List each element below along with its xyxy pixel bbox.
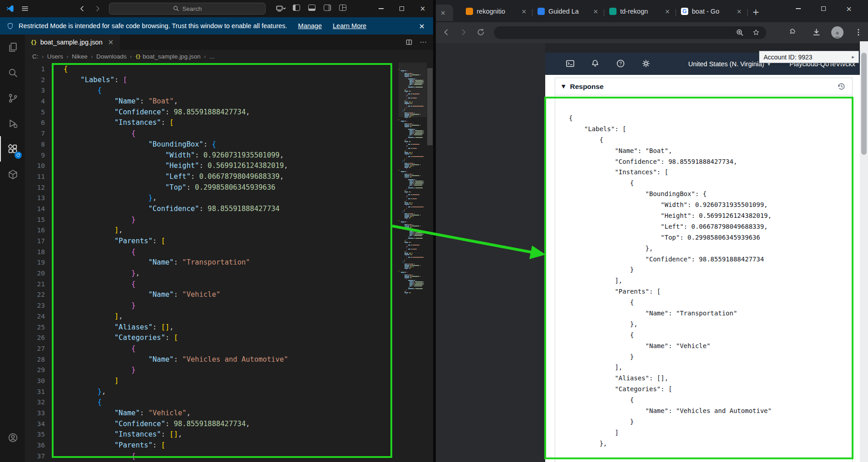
minimap-line	[399, 197, 427, 198]
sidebar-item-remote-explorer[interactable]	[0, 162, 25, 187]
maximize-button[interactable]	[391, 0, 412, 17]
forward-arrow-icon[interactable]	[92, 3, 104, 14]
browser-tab-active[interactable]: ×	[436, 5, 453, 21]
sidebar-item-run-debug[interactable]	[0, 111, 25, 136]
code-line: "Top": 0.29985806345939636	[64, 182, 288, 193]
account-icon[interactable]	[0, 425, 25, 450]
response-json-line: ],	[569, 362, 852, 373]
search-input[interactable]: Search	[109, 3, 266, 15]
split-editor-icon[interactable]	[405, 39, 413, 46]
bookmark-star-icon[interactable]	[752, 29, 760, 36]
minimap-line	[399, 156, 427, 157]
breadcrumb-item[interactable]: C:	[32, 53, 39, 60]
minimap-line	[399, 179, 427, 180]
minimap-line	[399, 285, 427, 286]
close-button[interactable]: ×	[838, 0, 860, 17]
maximize-button[interactable]	[813, 0, 834, 17]
minimap-line	[399, 209, 427, 210]
breadcrumb-item[interactable]: boat_sample.jpg.json	[143, 53, 201, 60]
editor-scrollbar[interactable]	[427, 63, 433, 462]
new-tab-button[interactable]: +	[750, 6, 762, 18]
banner-close-icon[interactable]: ×	[417, 22, 427, 30]
minimap-line	[399, 202, 427, 203]
scrollbar-thumb[interactable]	[427, 68, 433, 145]
notifications-bell-icon[interactable]	[591, 59, 600, 68]
browser-tab-strip: × rekognitio×Guided La×td-rekogn×Gboat -…	[436, 0, 868, 22]
settings-gear-icon[interactable]	[641, 59, 651, 68]
response-json-line: {	[569, 135, 852, 146]
address-bar[interactable]	[494, 26, 766, 39]
minimap-line	[399, 232, 427, 233]
extensions-puzzle-icon[interactable]	[788, 28, 796, 37]
line-number: 12	[25, 182, 47, 193]
minimap-line	[399, 168, 427, 169]
line-number: 10	[25, 161, 47, 172]
toggle-panel-icon[interactable]	[308, 5, 316, 11]
breadcrumb-item[interactable]: Downloads	[96, 53, 127, 60]
minimap-line	[399, 215, 427, 216]
response-panel: ▼ Response { "Labels": [ { "Name": "Boat…	[555, 78, 853, 462]
toggle-sidebar-right-icon[interactable]	[324, 5, 331, 11]
reload-icon[interactable]	[477, 28, 485, 36]
history-icon[interactable]	[837, 82, 846, 91]
tab-close-icon[interactable]: ×	[108, 38, 114, 46]
back-icon[interactable]	[442, 28, 450, 36]
minimap-line	[399, 194, 427, 195]
scrollbar-thumb[interactable]	[861, 53, 867, 155]
sidebar-item-source-control[interactable]	[0, 85, 25, 111]
back-arrow-icon[interactable]	[76, 3, 88, 14]
minimize-button[interactable]	[370, 0, 391, 17]
breadcrumb-item[interactable]: Users	[47, 53, 63, 60]
json-file-icon: {}	[135, 54, 140, 59]
region-selector[interactable]: United States (N. Virginia) ▼	[688, 53, 770, 75]
tab-close-icon[interactable]: ×	[440, 9, 446, 16]
help-icon[interactable]: ?	[616, 59, 625, 68]
sidebar-item-search[interactable]	[0, 60, 25, 85]
response-json-line: "Categories": [	[569, 384, 852, 395]
manage-link[interactable]: Manage	[298, 22, 322, 29]
profile-avatar[interactable]	[831, 26, 843, 39]
breadcrumb-item[interactable]: ...	[209, 53, 214, 60]
browser-tab[interactable]: Gboat - Go×	[677, 4, 745, 19]
browser-tab[interactable]: td-rekogn×	[606, 4, 674, 19]
tab-close-icon[interactable]: ×	[665, 8, 670, 15]
customize-layout-icon[interactable]	[339, 5, 346, 11]
minimap-line	[399, 208, 427, 209]
learn-more-link[interactable]: Learn More	[333, 22, 366, 29]
minimap-line	[399, 254, 427, 255]
code-line: {	[64, 128, 288, 139]
menu-kebab-icon[interactable]	[854, 28, 863, 36]
forward-icon[interactable]	[459, 28, 468, 36]
browser-tab[interactable]: rekognitio×	[462, 4, 530, 19]
tab-boat-sample-json[interactable]: {} boat_sample.jpg.json ×	[25, 34, 119, 50]
sidebar-item-extensions[interactable]	[0, 136, 25, 162]
cloudshell-icon[interactable]	[566, 59, 575, 68]
browser-tab[interactable]: Guided La×	[534, 4, 602, 19]
minimap-line	[399, 181, 427, 182]
code-line: ],	[64, 311, 288, 322]
sidebar-item-explorer[interactable]	[0, 34, 25, 60]
minimize-button[interactable]	[787, 0, 809, 17]
breadcrumb-item[interactable]: Nikee	[72, 53, 88, 60]
minimap-line	[399, 216, 427, 217]
line-number: 9	[25, 150, 47, 161]
zoom-icon[interactable]	[736, 29, 744, 36]
close-button[interactable]: ×	[412, 0, 433, 17]
code-line: "BoundingBox": {	[64, 139, 288, 150]
more-actions-icon[interactable]: ···	[420, 38, 427, 47]
response-json-line: ]	[569, 428, 852, 438]
tab-close-icon[interactable]: ×	[736, 8, 742, 15]
minimap-line	[399, 167, 427, 168]
minimap[interactable]	[399, 63, 427, 462]
cast-icon[interactable]	[273, 3, 289, 14]
tab-close-icon[interactable]: ×	[521, 8, 527, 15]
page-scrollbar[interactable]	[860, 41, 868, 462]
response-header[interactable]: ▼ Response	[555, 78, 852, 95]
menu-icon[interactable]	[19, 3, 31, 14]
toggle-sidebar-left-icon[interactable]	[293, 5, 300, 11]
line-number: 23	[25, 300, 47, 311]
minimap-line	[399, 273, 427, 274]
tab-close-icon[interactable]: ×	[593, 8, 598, 15]
downloads-icon[interactable]	[812, 28, 821, 37]
code-editor[interactable]: 1234567891011121314151617181920212223242…	[25, 63, 433, 462]
